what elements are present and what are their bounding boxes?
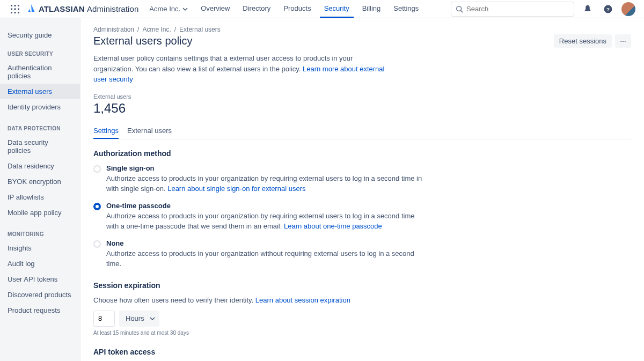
help-icon[interactable]: ?	[601, 2, 615, 16]
session-desc: Choose how often users need to verify th…	[93, 296, 631, 304]
radio-dot[interactable]	[93, 165, 101, 173]
reset-sessions-button[interactable]: Reset sessions	[554, 34, 612, 48]
sidebar-item-authentication-policies[interactable]: Authentication policies	[0, 60, 80, 84]
nav-tab-directory[interactable]: Directory	[238, 0, 275, 18]
org-switcher[interactable]: Acme Inc.	[149, 5, 188, 13]
svg-rect-0	[11, 5, 12, 6]
nav-tab-settings[interactable]: Settings	[389, 0, 423, 18]
search-input[interactable]	[451, 2, 574, 17]
stat-label: External users	[93, 93, 631, 100]
subtab-external-users[interactable]: External users	[127, 123, 172, 139]
radio-dot[interactable]	[93, 203, 101, 210]
svg-rect-4	[14, 8, 16, 10]
sidebar-item-ip-allowlists[interactable]: IP allowlists	[0, 189, 80, 205]
session-unit-select[interactable]: Hours	[119, 311, 159, 327]
subtabs: SettingsExternal users	[93, 123, 631, 139]
breadcrumb-item[interactable]: Administration	[93, 26, 134, 33]
session-helper-text: At least 15 minutes and at most 30 days	[93, 330, 631, 336]
nav-tab-security[interactable]: Security	[320, 0, 354, 18]
svg-line-10	[461, 10, 463, 12]
auth-section-title: Authorization method	[93, 149, 631, 158]
sidebar-item-identity-providers[interactable]: Identity providers	[0, 99, 80, 115]
svg-point-14	[623, 41, 624, 42]
page-description: External user policy contains settings t…	[93, 53, 394, 85]
sidebar: Security guide USER SECURITYAuthenticati…	[0, 18, 80, 361]
sidebar-section-title: USER SECURITY	[0, 48, 80, 60]
svg-rect-3	[11, 8, 12, 10]
api-section-title: API token access	[93, 348, 631, 356]
search-field[interactable]	[466, 5, 569, 13]
topbar: ATLASSIAN Administration Acme Inc. Overv…	[0, 0, 644, 18]
auth-method-group: Single sign-onAuthorize access to produc…	[93, 164, 631, 269]
search-icon	[456, 5, 463, 13]
chevron-down-icon	[182, 6, 188, 12]
svg-point-15	[625, 41, 626, 42]
avatar[interactable]	[621, 2, 635, 16]
radio-desc: Authorize access to products in your org…	[106, 248, 426, 269]
atlassian-logo-icon	[27, 4, 35, 14]
sidebar-item-data-residency[interactable]: Data residency	[0, 158, 80, 174]
radio-label: Single sign-on	[106, 164, 426, 172]
svg-rect-8	[18, 12, 19, 13]
radio-learn-link[interactable]: Learn about single sign-on for external …	[167, 185, 305, 193]
sidebar-item-audit-log[interactable]: Audit log	[0, 256, 80, 271]
chevron-down-icon	[150, 316, 155, 321]
svg-point-13	[620, 41, 621, 42]
sidebar-item-byok-encryption[interactable]: BYOK encryption	[0, 174, 80, 189]
auth-option-one-time-passcode[interactable]: One-time passcodeAuthorize access to pro…	[93, 202, 426, 232]
sidebar-item-discovered-products[interactable]: Discovered products	[0, 287, 80, 303]
radio-label: One-time passcode	[106, 202, 426, 210]
nav-tab-overview[interactable]: Overview	[196, 0, 234, 18]
nav-tabs: OverviewDirectoryProductsSecurityBilling…	[196, 0, 427, 18]
org-name: Acme Inc.	[149, 5, 180, 13]
svg-rect-6	[11, 12, 12, 13]
svg-rect-7	[14, 12, 16, 13]
radio-label: None	[106, 239, 426, 247]
svg-rect-1	[14, 5, 16, 6]
logo-text: ATLASSIAN Administration	[39, 4, 138, 13]
session-section-title: Session expiration	[93, 281, 631, 290]
session-duration-input[interactable]	[93, 311, 115, 327]
auth-option-single-sign-on[interactable]: Single sign-onAuthorize access to produc…	[93, 164, 426, 194]
radio-desc: Authorize access to products in your org…	[106, 173, 426, 194]
nav-tab-products[interactable]: Products	[279, 0, 315, 18]
radio-learn-link[interactable]: Learn about one-time passcode	[284, 222, 382, 230]
radio-desc: Authorize access to products in your org…	[106, 211, 426, 232]
svg-rect-2	[18, 5, 19, 6]
notifications-icon[interactable]	[581, 2, 595, 16]
app-switcher-icon[interactable]	[9, 3, 21, 16]
breadcrumb-item[interactable]: External users	[179, 26, 221, 33]
more-icon	[620, 40, 626, 42]
subtab-settings[interactable]: Settings	[93, 123, 119, 139]
breadcrumb-item[interactable]: Acme Inc.	[142, 26, 171, 33]
svg-point-9	[457, 6, 462, 11]
breadcrumb: Administration/Acme Inc./External users	[93, 26, 631, 33]
session-unit-label: Hours	[126, 314, 144, 322]
sidebar-item-insights[interactable]: Insights	[0, 240, 80, 256]
svg-text:?: ?	[606, 6, 610, 12]
session-learn-link[interactable]: Learn about session expiration	[255, 296, 350, 304]
logo[interactable]: ATLASSIAN Administration	[27, 4, 138, 14]
page-title: External users policy	[93, 35, 193, 47]
sidebar-item-external-users[interactable]: External users	[0, 84, 80, 99]
main-content: Administration/Acme Inc./External users …	[80, 18, 644, 361]
svg-rect-5	[18, 8, 19, 10]
sidebar-item-product-requests[interactable]: Product requests	[0, 303, 80, 318]
sidebar-section-title: DATA PROTECTION	[0, 122, 80, 135]
sidebar-item-data-security-policies[interactable]: Data security policies	[0, 135, 80, 158]
sidebar-security-guide[interactable]: Security guide	[0, 28, 80, 48]
sidebar-section-title: MONITORING	[0, 228, 80, 240]
auth-option-none[interactable]: NoneAuthorize access to products in your…	[93, 239, 426, 269]
sidebar-item-user-api-tokens[interactable]: User API tokens	[0, 271, 80, 287]
sidebar-item-mobile-app-policy[interactable]: Mobile app policy	[0, 205, 80, 220]
nav-tab-billing[interactable]: Billing	[358, 0, 385, 18]
radio-dot[interactable]	[93, 240, 101, 248]
stat-value: 1,456	[93, 101, 631, 116]
more-actions-button[interactable]	[615, 34, 631, 48]
